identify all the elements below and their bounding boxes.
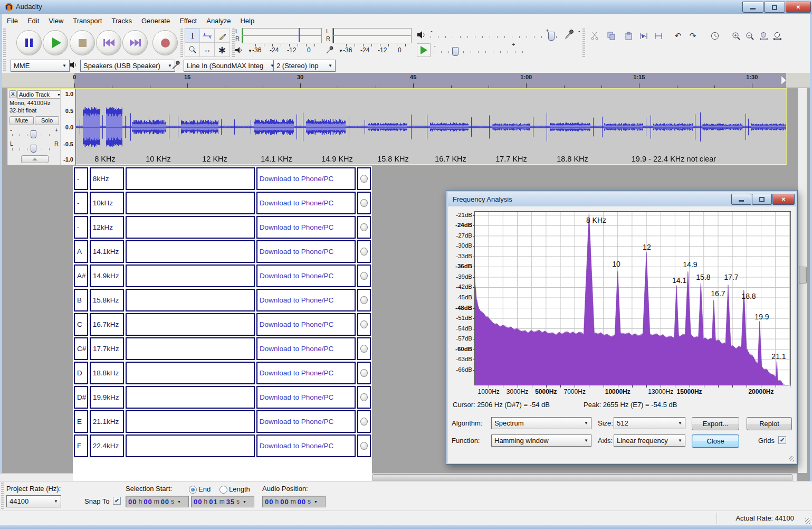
download-link[interactable]: Download to Phone/PC (260, 175, 333, 183)
gain-slider-thumb[interactable] (31, 130, 36, 138)
trim-audio-button[interactable] (637, 30, 651, 42)
pause-button[interactable] (16, 30, 42, 55)
pan-slider-thumb[interactable] (31, 145, 36, 153)
record-meter[interactable]: L R ▼ -36 -24 -12 0 (325, 27, 414, 57)
input-device-select[interactable]: Line In (SoundMAX Integ▼ (184, 60, 278, 72)
dialog-restore-button[interactable] (752, 194, 772, 205)
zoom-tool-button[interactable] (185, 42, 200, 57)
grids-checkbox[interactable]: ✔ (778, 436, 786, 444)
download-link[interactable]: Download to Phone/PC (260, 199, 333, 207)
function-select[interactable]: Hamming window▼ (491, 434, 591, 447)
menu-edit[interactable]: Edit (23, 14, 44, 27)
sync-lock-button[interactable] (708, 30, 722, 42)
time-field-dropdown-arrow[interactable]: ▼ (177, 500, 181, 504)
download-link[interactable]: Download to Phone/PC (260, 223, 333, 231)
redo-button[interactable]: ↷ (686, 30, 700, 42)
speed-slider[interactable] (434, 51, 530, 53)
skip-to-start-button[interactable] (96, 30, 121, 55)
table-radio-button[interactable] (360, 393, 368, 401)
envelope-tool-button[interactable] (199, 29, 215, 43)
time-unit[interactable]: s (236, 498, 240, 505)
playback-meter[interactable]: L R ▼ -36 -24 -12 0 (234, 27, 323, 57)
table-radio-button[interactable] (360, 175, 368, 183)
draw-tool-button[interactable] (214, 29, 230, 43)
time-unit[interactable]: s (171, 498, 174, 505)
download-link[interactable]: Download to Phone/PC (260, 248, 333, 256)
track-collapse-button[interactable] (21, 155, 49, 163)
export-button[interactable]: Export... (692, 417, 739, 430)
play-button[interactable] (43, 30, 68, 55)
selection-start-field[interactable]: 00h00m00s▼ (126, 496, 189, 507)
zoom-out-button[interactable] (743, 30, 757, 42)
playback-meter-dropdown-arrow[interactable]: ▼ (248, 49, 252, 53)
cut-button[interactable] (588, 30, 601, 42)
dialog-resize-grip[interactable] (789, 456, 794, 461)
time-digit[interactable]: 00 (144, 498, 152, 506)
copy-button[interactable] (605, 30, 618, 42)
horizontal-scrollbar-thumb[interactable] (372, 474, 792, 481)
spectrum-plot[interactable]: 8 KHz101214.114.915.816.717.718.819.921.… (474, 211, 791, 385)
snap-to-checkbox[interactable]: ✔ (113, 497, 121, 505)
menu-transport[interactable]: Transport (68, 14, 107, 27)
close-button[interactable]: ✕ (786, 2, 811, 13)
table-radio-button[interactable] (360, 272, 368, 280)
project-rate-select[interactable]: 44100▼ (6, 495, 61, 507)
minimize-button[interactable] (742, 2, 763, 13)
record-button[interactable] (152, 30, 178, 55)
undo-button[interactable]: ↶ (671, 30, 685, 42)
audio-track[interactable]: X Audio Track▼ Mono, 44100Hz 32-bit floa… (7, 88, 787, 165)
table-radio-button[interactable] (360, 345, 368, 353)
table-radio-button[interactable] (360, 442, 368, 450)
close-dialog-button[interactable]: Close (692, 434, 739, 448)
time-digit[interactable]: 00 (128, 498, 137, 506)
end-radio[interactable] (189, 486, 197, 494)
play-at-speed-button[interactable] (417, 43, 431, 57)
restore-button[interactable] (764, 2, 785, 13)
track-close-button[interactable]: X (9, 90, 17, 98)
time-field-dropdown-arrow[interactable]: ▼ (243, 500, 246, 504)
menu-view[interactable]: View (44, 14, 68, 27)
time-field-dropdown-arrow[interactable]: ▼ (314, 500, 318, 504)
length-radio[interactable] (219, 486, 227, 494)
output-volume-slider-thumb[interactable] (548, 32, 555, 41)
time-digit[interactable]: 00 (265, 498, 273, 506)
time-digit[interactable]: 00 (161, 498, 169, 506)
download-link[interactable]: Download to Phone/PC (260, 272, 333, 280)
menu-tracks[interactable]: Tracks (107, 14, 137, 27)
time-unit[interactable]: h (204, 498, 207, 505)
menu-analyze[interactable]: Analyze (202, 14, 235, 27)
time-unit[interactable]: h (275, 498, 279, 505)
tools-grip[interactable] (180, 29, 183, 57)
track-waveform-area[interactable]: 8 KHz10 KHz12 KHz14.1 KHz14.9 KHz15.8 KH… (76, 89, 786, 164)
record-meter-dropdown-arrow[interactable]: ▼ (339, 49, 343, 53)
table-radio-button[interactable] (360, 320, 368, 328)
silence-audio-button[interactable] (652, 30, 665, 42)
dialog-close-button[interactable]: ✕ (772, 194, 795, 205)
time-unit[interactable]: m (154, 498, 159, 505)
menu-effect[interactable]: Effect (175, 14, 202, 27)
time-digit[interactable]: 00 (298, 498, 306, 506)
table-radio-button[interactable] (360, 418, 368, 426)
time-digit[interactable]: 00 (280, 498, 289, 506)
edit-toolbar-grip[interactable] (582, 29, 585, 57)
time-unit[interactable]: m (219, 498, 225, 505)
timeline-ruler[interactable]: 01530451:001:151:30 (0, 73, 812, 88)
zoom-in-button[interactable] (729, 30, 743, 42)
replot-button[interactable]: Replot (747, 417, 792, 430)
time-unit[interactable]: h (138, 498, 142, 505)
table-radio-button[interactable] (360, 296, 368, 304)
input-channels-select[interactable]: 2 (Stereo) Inp▼ (273, 60, 336, 72)
time-digit[interactable]: 00 (194, 498, 202, 506)
skip-to-end-button[interactable] (122, 30, 148, 55)
menu-help[interactable]: Help (235, 14, 259, 27)
download-link[interactable]: Download to Phone/PC (260, 369, 333, 377)
download-link[interactable]: Download to Phone/PC (260, 345, 333, 353)
track-title-menu[interactable]: Audio Track▼ (17, 90, 62, 99)
algorithm-select[interactable]: Spectrum▼ (491, 417, 591, 429)
size-select[interactable]: 512▼ (614, 417, 685, 429)
output-volume-slider[interactable] (431, 36, 560, 38)
fit-selection-button[interactable] (757, 30, 770, 42)
device-grip[interactable] (3, 59, 6, 72)
output-device-select[interactable]: Speakers (USB Speaker)▼ (80, 60, 175, 72)
table-radio-button[interactable] (360, 199, 368, 207)
